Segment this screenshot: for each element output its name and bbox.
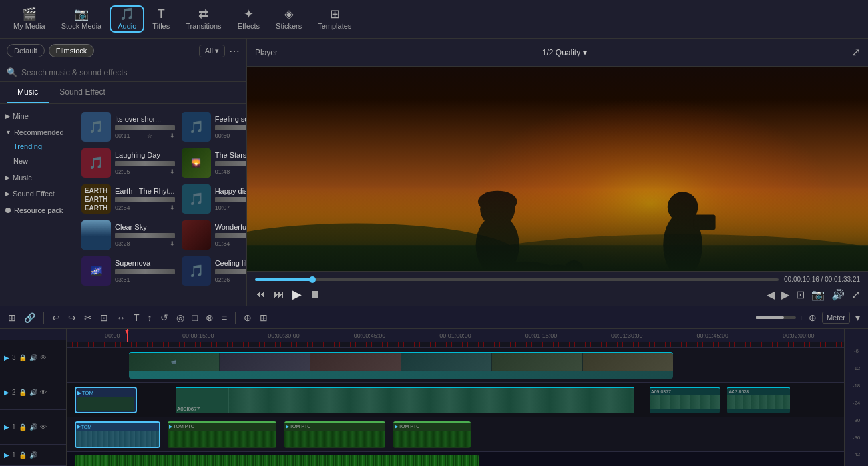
tl-link-icon[interactable]: 🔗 xyxy=(21,311,38,324)
step-back-btn[interactable]: ⏭ xyxy=(274,288,284,300)
sidebar-item-trending[interactable]: Trending xyxy=(0,139,73,154)
tl-freeze-icon[interactable]: ≡ xyxy=(219,311,230,324)
filter-filmstock[interactable]: Filmstock xyxy=(49,44,94,57)
tl-speed-icon[interactable]: ⊗ xyxy=(203,311,216,324)
music-item-2[interactable]: 🎵 Laughing Day 02:05 ⬇ xyxy=(79,146,178,180)
bottom-track-audio-icon[interactable]: 🔊 xyxy=(29,451,37,459)
bottom-track-lock-icon[interactable]: 🔒 xyxy=(19,451,27,459)
tl-layout-icon[interactable]: ⊞ xyxy=(5,311,19,324)
track-row-audio[interactable] xyxy=(67,452,844,466)
playhead[interactable] xyxy=(127,329,128,342)
tl-add-icon[interactable]: ⊞ xyxy=(257,311,270,324)
camera-icon[interactable]: 📷 xyxy=(811,288,825,301)
screenshot-icon[interactable]: ⊡ xyxy=(796,288,805,301)
track-row-1[interactable]: ▶TOM ▶TOM PTC ▶TOM PTC xyxy=(67,417,844,452)
tl-rotate-icon[interactable]: ↺ xyxy=(158,311,171,324)
download-icon-1[interactable]: ⬇ xyxy=(170,132,175,139)
nav-templates[interactable]: ⊞ Templates xyxy=(310,5,359,33)
track1-clip-1[interactable]: ▶TOM xyxy=(75,421,160,448)
nav-stickers[interactable]: ◈ Stickers xyxy=(268,5,310,33)
filter-default[interactable]: Default xyxy=(7,44,45,57)
track-audio-waveform[interactable] xyxy=(75,455,479,466)
track2-lock-icon[interactable]: 🔒 xyxy=(19,389,27,396)
nav-effects[interactable]: ✦ Effects xyxy=(230,5,268,33)
music-item-5[interactable]: 🌌 Supernova 03:31 xyxy=(79,254,178,288)
tl-add-track-icon[interactable]: ⊕ xyxy=(806,311,819,324)
track2-audio-icon[interactable]: 🔊 xyxy=(29,389,37,396)
track-row-3[interactable]: 📹 xyxy=(67,348,844,383)
track2-clip-2[interactable]: A09I0377 xyxy=(650,387,720,413)
zoom-bar[interactable] xyxy=(756,316,796,319)
quality-selector[interactable]: 1/2 Quality ▾ xyxy=(542,48,587,57)
music-item-3[interactable]: EARTH EARTH EARTH Earth - The Rhyt... 02… xyxy=(79,182,178,216)
nav-audio[interactable]: 🎵 Audio xyxy=(110,5,144,33)
download-icon-2[interactable]: ⬇ xyxy=(170,168,175,175)
track1-audio-icon[interactable]: 🔊 xyxy=(29,423,37,431)
nav-transitions[interactable]: ⇄ Transitions xyxy=(178,5,229,33)
sidebar-item-new[interactable]: New xyxy=(0,154,73,168)
meter-dropdown-icon[interactable]: ▾ xyxy=(853,311,863,324)
search-input[interactable] xyxy=(21,68,240,77)
prev-frame-icon[interactable]: ◀ xyxy=(767,288,775,301)
skip-back-btn[interactable]: ⏮ xyxy=(255,288,266,300)
music-item-4[interactable]: Clear Sky 03:28 ⬇ xyxy=(79,218,178,252)
nav-stock-media[interactable]: 📷 Stock Media xyxy=(53,5,110,33)
sidebar-group-recommended-header[interactable]: ▼ Recommended xyxy=(0,126,73,139)
tab-sound-effect[interactable]: Sound Effect xyxy=(49,82,116,103)
sidebar-resource-pack[interactable]: Resource pack xyxy=(0,203,73,218)
zoom-out-icon[interactable]: − xyxy=(749,314,753,322)
volume-icon[interactable]: 🔊 xyxy=(831,288,845,301)
tl-redo-icon[interactable]: ↪ xyxy=(65,311,79,324)
music-item-r4[interactable]: Wonderful wedding 01:34 ⬇ xyxy=(179,218,246,252)
player-expand-icon[interactable]: ⤢ xyxy=(851,46,860,59)
track1-lock-icon[interactable]: 🔒 xyxy=(19,423,27,431)
filter-all-dropdown[interactable]: All ▾ xyxy=(199,45,225,57)
track2-clip-3[interactable]: AA2I8628 xyxy=(727,387,789,413)
tl-snap-icon[interactable]: ⊕ xyxy=(241,311,254,324)
nav-my-media[interactable]: 🎬 My Media xyxy=(5,5,53,33)
tl-crop-icon[interactable]: ↔ xyxy=(114,311,128,324)
music-wave-3 xyxy=(115,197,175,202)
tl-cut-icon[interactable]: ✂ xyxy=(81,311,95,324)
sidebar-group-mine-header[interactable]: ▶ Mine xyxy=(0,109,73,123)
tl-circle-icon[interactable]: ◎ xyxy=(174,311,187,324)
stop-btn[interactable]: ⏹ xyxy=(310,288,320,300)
track1-clip-3[interactable]: ▶TOM PTC xyxy=(284,421,385,448)
sidebar-group-music-header[interactable]: ▶ Music xyxy=(0,171,73,184)
track3-clip[interactable]: 📹 xyxy=(129,352,673,379)
track3-lock-icon[interactable]: 🔒 xyxy=(19,354,27,361)
tl-transform-icon[interactable]: ↕ xyxy=(145,311,155,324)
nav-titles[interactable]: T Titles xyxy=(144,5,178,33)
tl-delete-icon[interactable]: ⊡ xyxy=(97,311,111,324)
tab-music[interactable]: Music xyxy=(7,82,49,103)
tl-mask-icon[interactable]: □ xyxy=(190,311,200,324)
filter-more-icon[interactable]: ⋯ xyxy=(229,45,240,57)
meter-button[interactable]: Meter xyxy=(822,312,850,324)
track-row-2[interactable]: ▶TOM A09I0677 xyxy=(67,383,844,417)
next-frame-icon[interactable]: ▶ xyxy=(781,288,789,301)
track2-main-clip[interactable]: A09I0677 xyxy=(176,387,634,413)
download-icon-4[interactable]: ⬇ xyxy=(170,240,175,247)
track3-video-icon: ▶ xyxy=(4,354,9,361)
music-item-r1[interactable]: 🎵 Feeling so Well-Al... 00:50 ⬇ xyxy=(179,109,246,144)
track2-tom-clip[interactable]: ▶TOM xyxy=(75,387,137,413)
music-item-r5[interactable]: 🎵 Ceeling like Ibiza 02:26 ⬇ xyxy=(179,254,246,288)
music-item-r3[interactable]: 🎵 Happy diary 10:07 ⬇ xyxy=(179,182,246,216)
fullscreen-icon[interactable]: ⤢ xyxy=(851,288,860,301)
zoom-in-icon[interactable]: + xyxy=(799,314,803,322)
track3-audio-icon[interactable]: 🔊 xyxy=(29,354,37,361)
progress-bar[interactable] xyxy=(255,278,779,281)
music-item-1[interactable]: 🎵 Its over shor... 00:11 ☆ ⬇ xyxy=(79,109,178,144)
track1-clip-4[interactable]: ▶TOM PTC xyxy=(393,421,471,448)
track1-clip-2[interactable]: ▶TOM PTC xyxy=(168,421,276,448)
download-icon-3[interactable]: ⬇ xyxy=(170,204,175,211)
track1-eye-icon[interactable]: 👁 xyxy=(40,423,47,431)
star-icon-1[interactable]: ☆ xyxy=(147,132,152,139)
tl-text-icon[interactable]: T xyxy=(131,311,142,324)
track2-eye-icon[interactable]: 👁 xyxy=(40,389,47,396)
track3-eye-icon[interactable]: 👁 xyxy=(40,354,47,361)
play-btn[interactable]: ▶ xyxy=(292,287,302,302)
sidebar-group-sound-effect-header[interactable]: ▶ Sound Effect xyxy=(0,187,73,200)
tl-undo-icon[interactable]: ↩ xyxy=(49,311,63,324)
music-item-r2[interactable]: 🌄 The Stars Fall in-Al... 01:48 ⬇ xyxy=(179,146,246,180)
